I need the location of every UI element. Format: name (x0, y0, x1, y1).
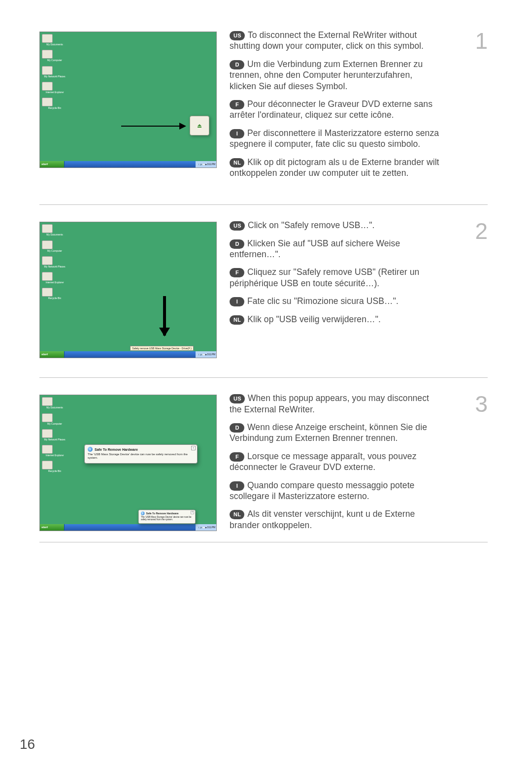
step-number-2: 2 (473, 220, 488, 242)
step-1-d: Um die Verbindung zum Externen Brenner z… (230, 59, 423, 91)
system-tray: 3:11 PM (196, 161, 216, 168)
step-number-3: 3 (473, 393, 488, 415)
desktop-screenshot-2: My Documents My Computer My Network Plac… (39, 222, 217, 358)
popup-title: Safe To Remove Hardware (95, 448, 138, 451)
step-1-us: To disconnect the External ReWriter with… (230, 30, 424, 51)
step-3-d: Wenn diese Anzeige erscheint, können Sie… (230, 422, 427, 443)
step-3-text: USWhen this popup appears, you may disco… (230, 393, 460, 537)
step-2-image: My Documents My Computer My Network Plac… (39, 220, 217, 358)
arrow-down-icon (163, 296, 166, 335)
step-2-d: Klicken Sie auf "USB auf sichere Weise e… (230, 238, 400, 259)
step-2-text: USClick on "Safely remove USB…". DKlicke… (230, 220, 460, 358)
lang-badge-f: F (230, 268, 244, 277)
lang-badge-i: I (230, 481, 244, 491)
lang-badge-nl: NL (230, 510, 244, 519)
start-button: start (40, 161, 65, 168)
step-1-image: My Documents My Computer My Network Plac… (39, 30, 217, 185)
system-tray: 3:11 PM (196, 351, 216, 358)
step-1: My Documents My Computer My Network Plac… (39, 30, 488, 205)
step-2-i: Fate clic su "Rimozione sicura USB…". (247, 296, 399, 306)
step-3-nl: Als dit venster verschijnt, kunt u de Ex… (230, 509, 415, 530)
step-3: My Documents My Computer My Network Plac… (39, 393, 488, 542)
start-button: start (40, 351, 65, 358)
lang-badge-nl: NL (230, 315, 244, 325)
manual-page: My Documents My Computer My Network Plac… (0, 0, 532, 771)
step-1-text: USTo disconnect the External ReWriter wi… (230, 30, 460, 185)
step-2-nl: Klik op "USB veilig verwijderen…". (247, 314, 381, 324)
step-3-f: Lorsque ce message apparaît, vous pouvez… (230, 451, 417, 472)
page-number: 16 (20, 737, 35, 752)
lang-badge-d: D (230, 239, 244, 249)
step-1-i: Per disconnettere il Masterizzatore este… (230, 128, 439, 149)
step-1-f: Pour déconnecter le Graveur DVD externe … (230, 99, 432, 120)
close-icon: × (191, 511, 194, 514)
lang-badge-f: F (230, 100, 244, 109)
lang-badge-i: I (230, 129, 244, 138)
step-2-us: Click on "Safely remove USB…". (248, 220, 375, 230)
tray-icon-zoom (190, 116, 209, 135)
desktop-icons: My Documents My Computer My Network Plac… (42, 397, 67, 473)
step-1-nl: Klik op dit pictogram als u de Externe b… (230, 157, 439, 178)
info-icon (88, 447, 93, 452)
safe-remove-popup-zoom: × Safe To Remove Hardware The 'USB Mass … (84, 444, 198, 463)
safely-remove-tooltip: Safely remove USB Mass Storage Device - … (130, 346, 194, 351)
desktop-screenshot-3: My Documents My Computer My Network Plac… (39, 395, 217, 531)
step-3-i: Quando compare questo messaggio potete s… (230, 480, 414, 501)
step-2-f: Cliquez sur "Safely remove USB" (Retirer… (230, 267, 419, 288)
lang-badge-us: US (230, 394, 245, 403)
lang-badge-us: US (230, 31, 245, 40)
step-number-1: 1 (473, 30, 488, 52)
lang-badge-i: I (230, 297, 244, 306)
lang-badge-us: US (230, 221, 245, 231)
step-3-us: When this popup appears, you may disconn… (230, 393, 429, 414)
lang-badge-f: F (230, 452, 244, 462)
taskbar: start 3:11 PM (40, 351, 216, 358)
desktop-screenshot: My Documents My Computer My Network Plac… (39, 32, 217, 168)
start-button: start (40, 524, 65, 531)
lang-badge-nl: NL (230, 158, 244, 168)
arrow-right-icon (121, 126, 185, 127)
popup-body: The 'USB Mass Storage Device' device can… (88, 453, 194, 460)
safe-remove-popup-small: × Safe To Remove Hardware The 'USB Mass … (138, 510, 196, 524)
taskbar: start 3:11 PM (40, 524, 216, 531)
lang-badge-d: D (230, 423, 244, 433)
info-icon (141, 511, 145, 515)
system-tray: 3:11 PM (196, 524, 216, 531)
close-icon: × (191, 446, 196, 450)
step-2: My Documents My Computer My Network Plac… (39, 220, 488, 378)
step-3-image: My Documents My Computer My Network Plac… (39, 393, 217, 537)
desktop-icons: My Documents My Computer My Network Plac… (42, 34, 67, 110)
taskbar: start 3:11 PM (40, 161, 216, 168)
desktop-icons: My Documents My Computer My Network Plac… (42, 224, 67, 301)
lang-badge-d: D (230, 60, 244, 69)
safely-remove-icon (198, 123, 201, 128)
